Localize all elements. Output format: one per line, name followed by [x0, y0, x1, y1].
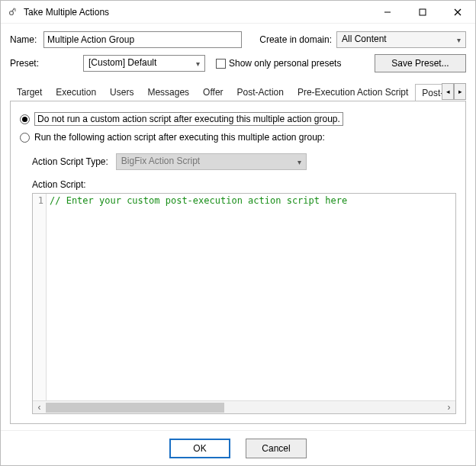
domain-select[interactable]: All Content ▾: [336, 31, 466, 48]
tab-users[interactable]: Users: [103, 83, 140, 101]
radio-icon: [20, 114, 30, 124]
tab-execution[interactable]: Execution: [49, 83, 103, 101]
tab-panel: Do not run a custom action script after …: [10, 101, 466, 424]
script-content[interactable]: // Enter your custom post-execution acti…: [47, 194, 455, 400]
radio-run-script-label: Run the following action script after ex…: [34, 132, 325, 143]
tab-messages[interactable]: Messages: [140, 83, 196, 101]
cancel-button[interactable]: Cancel: [246, 439, 307, 458]
dialog-footer: OK Cancel: [1, 430, 475, 465]
tab-post-action[interactable]: Post-Action: [230, 83, 291, 101]
line-gutter: 1: [33, 194, 47, 400]
script-type-label: Action Script Type:: [32, 156, 108, 167]
personal-presets-checkbox[interactable]: Show only personal presets: [216, 58, 341, 69]
scroll-track[interactable]: [46, 401, 442, 413]
horizontal-scrollbar[interactable]: ‹ ›: [33, 400, 455, 413]
script-label: Action Script:: [32, 179, 456, 190]
svg-rect-2: [14, 8, 16, 9]
save-preset-button[interactable]: Save Preset...: [375, 54, 466, 72]
preset-label: Preset:: [10, 58, 43, 69]
scroll-thumb[interactable]: [46, 403, 224, 413]
script-type-value: BigFix Action Script: [121, 156, 200, 166]
app-icon: [7, 6, 19, 18]
svg-rect-3: [14, 10, 16, 11]
close-button[interactable]: [440, 1, 475, 24]
dialog-window: Take Multiple Actions Name: Create in do…: [0, 0, 476, 466]
chevron-down-icon: ▾: [457, 36, 461, 44]
script-editor[interactable]: 1 // Enter your custom post-execution ac…: [32, 193, 456, 414]
chevron-down-icon: ▾: [298, 158, 301, 166]
script-type-select: BigFix Action Script ▾: [116, 153, 307, 170]
scroll-right-icon[interactable]: ›: [442, 401, 455, 414]
radio-no-script-label: Do not run a custom action script after …: [34, 112, 343, 126]
window-title: Take Multiple Actions: [24, 7, 109, 18]
tab-target[interactable]: Target: [10, 83, 49, 101]
chevron-down-icon: ▾: [196, 59, 200, 68]
tab-scroll-right[interactable]: ▸: [454, 83, 466, 100]
checkbox-icon: [216, 59, 226, 69]
tab-strip: TargetExecutionUsersMessagesOfferPost-Ac…: [10, 83, 466, 101]
ok-button[interactable]: OK: [169, 439, 230, 458]
tab-offer[interactable]: Offer: [196, 83, 230, 101]
maximize-button[interactable]: [405, 1, 440, 24]
svg-rect-5: [420, 9, 426, 15]
tab-scroll-left[interactable]: ◂: [442, 83, 454, 100]
domain-label: Create in domain:: [259, 34, 332, 45]
preset-value: [Custom] Default: [88, 57, 156, 68]
personal-presets-label: Show only personal presets: [229, 58, 341, 69]
radio-icon: [20, 133, 30, 143]
domain-value: All Content: [342, 34, 387, 44]
name-input[interactable]: [43, 31, 242, 48]
preset-select[interactable]: [Custom] Default ▾: [83, 55, 205, 72]
minimize-button[interactable]: [370, 1, 405, 24]
radio-no-script[interactable]: Do not run a custom action script after …: [20, 112, 456, 126]
scroll-left-icon[interactable]: ‹: [33, 401, 46, 414]
titlebar: Take Multiple Actions: [1, 1, 475, 24]
tab-pre-execution-action-script[interactable]: Pre-Execution Action Script: [291, 83, 415, 101]
name-label: Name:: [10, 34, 43, 45]
radio-run-script[interactable]: Run the following action script after ex…: [20, 132, 456, 143]
content-area: Name: Create in domain: All Content ▾ Pr…: [1, 24, 475, 430]
